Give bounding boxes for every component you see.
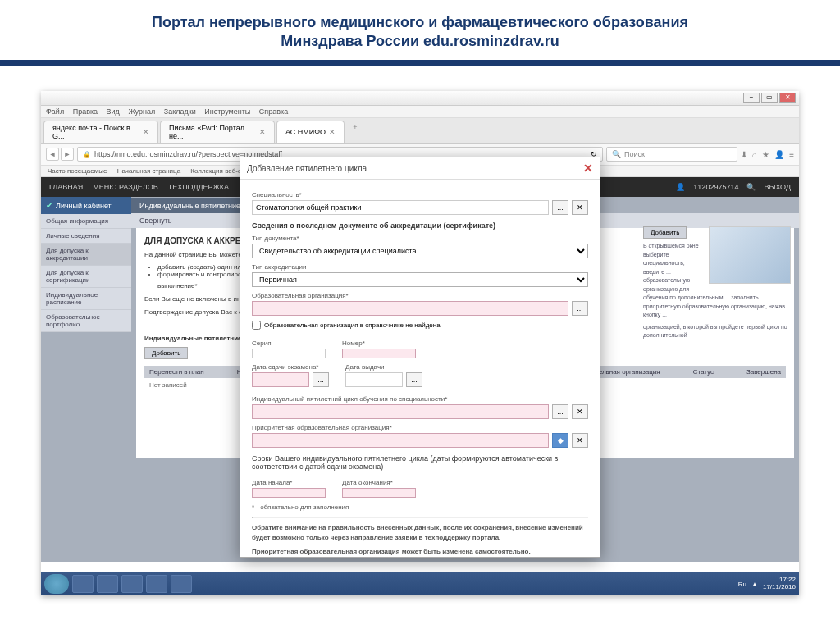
nav-main[interactable]: ГЛАВНАЯ [49,183,83,191]
logout-link[interactable]: ВЫХОД [764,183,791,191]
add-button-right[interactable]: Добавить [643,226,687,239]
search-placeholder: Поиск [624,150,645,158]
start-button[interactable] [44,574,69,594]
menu-help[interactable]: Справка [259,107,288,116]
taskbar-explorer-icon[interactable] [121,575,143,593]
slide-heading-2: Минздрава России edu.rosminzdrav.ru [16,33,824,50]
number-input[interactable] [342,349,416,358]
menu-file[interactable]: Файл [46,107,64,116]
taskbar-ie-icon[interactable] [72,575,94,593]
picker-button[interactable]: ... [552,200,568,215]
search-box[interactable]: 🔍 Поиск [606,147,737,162]
home-icon[interactable]: ⌂ [752,150,757,159]
modal-body: Специальность* ... ✕ Сведения о последне… [240,180,600,557]
sidebar-item-accreditation[interactable]: Для допуска к аккредитации [41,244,131,266]
stethoscope-image [709,226,791,284]
download-icon[interactable]: ⬇ [741,150,747,159]
add-button[interactable]: Добавить [144,347,188,359]
browser-tab-1[interactable]: яндекс почта - Поиск в G...✕ [43,121,158,143]
doctype-label: Тип документа* [252,235,588,242]
org-not-found-checkbox[interactable] [252,321,261,330]
picker-button[interactable]: ... [572,301,588,316]
clock[interactable]: 17:22 17/11/2016 [763,577,796,591]
maximize-button[interactable]: ▭ [761,93,778,103]
close-icon[interactable]: ✕ [259,128,266,136]
priority-input[interactable] [252,433,549,448]
search-icon: 🔍 [612,150,621,158]
taskbar-firefox-icon[interactable] [97,575,118,593]
browser-tab-2[interactable]: Письма «Fwd: Портал не...✕ [160,121,275,143]
menu-tools[interactable]: Инструменты [204,107,250,116]
doctype-select[interactable]: Свидетельство об аккредитации специалист… [252,244,588,258]
sidebar-item-portfolio[interactable]: Образовательное портфолио [41,310,131,332]
info-panel: Добавить В открывшемся окне выберите спе… [643,226,791,344]
menu-edit[interactable]: Правка [73,107,98,116]
taskbar-word-icon[interactable] [146,575,167,593]
modal-header: Добавление пятилетнего цикла ✕ [240,157,600,180]
org-not-found-row[interactable]: Образовательная организация в справочник… [252,321,588,330]
clear-button[interactable]: ✕ [572,433,588,448]
back-button[interactable]: ◄ [46,148,59,161]
start-date-input[interactable] [252,488,326,498]
user-icon: 👤 [676,183,685,191]
bookmark-start[interactable]: Начальная страница [117,167,180,175]
browser-menubar: Файл Правка Вид Журнал Закладки Инструме… [41,106,799,118]
date-picker-button[interactable]: ... [313,372,329,387]
browser-tab-3[interactable]: АС НМИФО✕ [276,121,345,143]
warning-note-2: Приоритетная образовательная организация… [252,547,588,556]
issue-date-input[interactable] [345,372,403,387]
date-picker-button[interactable]: ... [406,372,422,387]
clear-button[interactable]: ✕ [572,404,588,419]
picker-button[interactable]: ... [552,404,568,419]
end-date-input[interactable] [342,488,416,498]
warning-note-1: Обратите внимание на правильность внесен… [252,523,588,541]
screenshot-frame: − ▭ ✕ Файл Правка Вид Журнал Закладки Ин… [41,91,799,595]
bookmark-frequent[interactable]: Часто посещаемые [48,167,107,175]
new-tab-button[interactable]: + [346,121,363,143]
windows-taskbar: Ru ▲ 17:22 17/11/2016 [41,572,799,595]
picker-button-blue[interactable]: ◆ [552,433,568,448]
lock-icon: 🔒 [83,151,91,158]
window-titlebar: − ▭ ✕ [41,91,799,106]
menu-bookmarks[interactable]: Закладки [164,107,196,116]
taskbar-excel-icon[interactable] [171,575,192,593]
speciality-label: Специальность* [252,191,588,198]
cycle-input[interactable] [252,404,549,419]
priority-label: Приоритетная образовательная организация… [252,424,588,431]
sidebar-item-personal[interactable]: Личные сведения [41,229,131,244]
cycle-label: Индивидуальный пятилетний цикл обучения … [252,395,588,403]
slide-title: Портал непрерывного медицинского и фарма… [0,0,840,60]
profile-icon[interactable]: 👤 [774,150,784,159]
close-button[interactable]: ✕ [779,93,796,103]
slide-underline [0,60,840,66]
exam-date-input[interactable] [252,372,309,387]
search-icon[interactable]: 🔍 [746,183,756,191]
close-icon[interactable]: ✕ [329,128,336,136]
nav-sections[interactable]: МЕНЮ РАЗДЕЛОВ [93,183,158,191]
user-id: 11202975714 [693,183,738,191]
org-input[interactable] [252,301,568,316]
org-label: Образовательная организация* [252,292,588,299]
sidebar-item-general[interactable]: Общая информация [41,214,131,229]
check-icon: ✔ [46,201,52,210]
tray-icon[interactable]: ▲ [751,581,758,588]
speciality-input[interactable] [252,200,549,215]
browser-tabbar: яндекс почта - Поиск в G...✕ Письма «Fwd… [41,118,799,144]
menu-icon[interactable]: ≡ [789,150,794,159]
forward-button[interactable]: ► [61,148,74,161]
clear-button[interactable]: ✕ [572,200,588,215]
terms-title: Сроки Вашего индивидуального пятилетнего… [252,454,588,471]
sidebar-item-certification[interactable]: Для допуска к сертификации [41,266,131,288]
menu-journal[interactable]: Журнал [128,107,155,116]
modal-close-button[interactable]: ✕ [583,162,593,175]
nav-support[interactable]: ТЕХПОДДЕРЖКА [168,183,229,191]
acctype-select[interactable]: Первичная [252,272,588,287]
bookmark-icon[interactable]: ★ [762,150,769,159]
close-icon[interactable]: ✕ [143,128,149,136]
minimize-button[interactable]: − [743,93,760,103]
sidebar-item-schedule[interactable]: Индивидуальное расписание [41,288,131,310]
menu-view[interactable]: Вид [107,107,120,116]
slide-heading-1: Портал непрерывного медицинского и фарма… [16,12,824,33]
series-input[interactable] [252,349,326,358]
language-indicator[interactable]: Ru [738,581,746,588]
